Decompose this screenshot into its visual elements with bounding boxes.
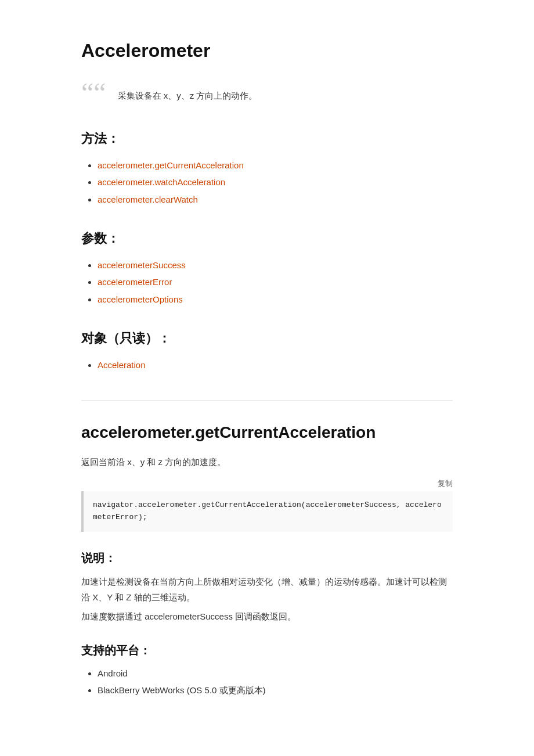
params-heading: 参数： <box>81 228 453 249</box>
code-block: navigator.accelerometer.getCurrentAccele… <box>81 491 453 532</box>
explanation-line-2: 加速度数据通过 accelerometerSuccess 回调函数返回。 <box>81 609 453 624</box>
list-item[interactable]: accelerometer.watchAcceleration <box>98 175 453 190</box>
list-item[interactable]: accelerometerSuccess <box>98 258 453 273</box>
param-link-2[interactable]: accelerometerError <box>98 277 172 287</box>
quote-block: ““ 采集设备在 x、y、z 方向上的动作。 <box>81 84 453 107</box>
param-link-1[interactable]: accelerometerSuccess <box>98 260 186 270</box>
method-link-3[interactable]: accelerometer.clearWatch <box>98 195 198 204</box>
params-list: accelerometerSuccess accelerometerError … <box>81 258 453 307</box>
list-item[interactable]: accelerometer.clearWatch <box>98 192 453 207</box>
quote-mark-icon: ““ <box>81 79 106 107</box>
method-detail-description: 返回当前沿 x、y 和 z 方向的加速度。 <box>81 455 453 470</box>
method-link-1[interactable]: accelerometer.getCurrentAcceleration <box>98 160 244 170</box>
explanation-heading: 说明： <box>81 548 453 568</box>
explanation-line-1: 加速计是检测设备在当前方向上所做相对运动变化（增、减量）的运动传感器。加速计可以… <box>81 574 453 605</box>
code-block-wrapper: 复制 navigator.accelerometer.getCurrentAcc… <box>81 477 453 532</box>
copy-label[interactable]: 复制 <box>81 477 453 490</box>
list-item[interactable]: accelerometer.getCurrentAcceleration <box>98 158 453 173</box>
list-item: Android <box>98 666 453 681</box>
method-detail-title: accelerometer.getCurrentAcceleration <box>81 400 453 447</box>
method-link-2[interactable]: accelerometer.watchAcceleration <box>98 177 225 187</box>
list-item: BlackBerry WebWorks (OS 5.0 或更高版本) <box>98 683 453 698</box>
platforms-list: Android BlackBerry WebWorks (OS 5.0 或更高版… <box>81 666 453 698</box>
param-link-3[interactable]: accelerometerOptions <box>98 294 183 304</box>
object-link-1[interactable]: Acceleration <box>98 360 146 370</box>
methods-list: accelerometer.getCurrentAcceleration acc… <box>81 158 453 207</box>
list-item[interactable]: Acceleration <box>98 358 453 373</box>
objects-list: Acceleration <box>81 358 453 373</box>
list-item[interactable]: accelerometerError <box>98 275 453 290</box>
methods-heading: 方法： <box>81 128 453 149</box>
quote-text: 采集设备在 x、y、z 方向上的动作。 <box>118 84 258 103</box>
objects-heading: 对象（只读）： <box>81 327 453 349</box>
page-title: Accelerometer <box>81 35 453 66</box>
platforms-heading: 支持的平台： <box>81 640 453 660</box>
list-item[interactable]: accelerometerOptions <box>98 292 453 307</box>
